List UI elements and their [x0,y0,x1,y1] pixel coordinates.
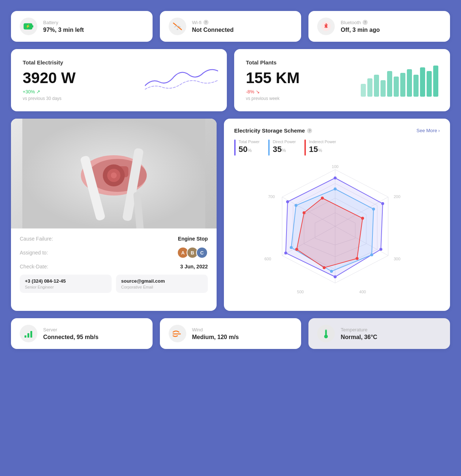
svg-point-60 [295,204,297,207]
svg-rect-18 [427,71,432,97]
svg-rect-8 [361,84,366,97]
svg-rect-70 [30,331,32,338]
temperature-card: Temperature Normal, 36°C [308,318,450,349]
svg-rect-15 [407,69,412,97]
server-value: Connected, 95 mb/s [43,334,98,341]
svg-text:200: 200 [394,194,400,199]
contact-email: source@gmail.com Corporative Email [116,275,208,293]
battery-card: ⚡ Battery 97%, 3 min left [11,11,153,42]
electricity-change-text: +30% [23,89,35,94]
contact-phone: +3 (324) 084-12-45 Senior Engineer [20,275,112,293]
legend-unit-indirect: % [318,148,322,153]
legend-bar-indirect [304,140,306,156]
legend-text-direct: Direct Power 35% [273,140,296,154]
svg-rect-13 [394,77,399,97]
avatar-group: A B C [177,247,208,259]
wind-label: Wind [192,327,239,332]
svg-rect-9 [367,78,372,97]
svg-rect-69 [27,333,29,338]
cause-failure-value: Engine Stop [178,236,208,242]
svg-point-59 [290,246,293,249]
check-date-value: 3 Jun, 2022 [180,264,208,269]
up-arrow-icon: ↗ [36,89,40,94]
temperature-info: Temperature Normal, 36°C [341,327,377,341]
chevron-right-icon: › [438,128,440,133]
contact-phone-main: +3 (324) 084-12-45 [25,278,106,284]
legend-bar-total [234,140,236,156]
metrics-row: Total Electrisity 3920 W +30% ↗ vs previ… [11,49,450,111]
wind-card: Wind Medium, 120 m/s [160,318,301,349]
svg-text:⚡: ⚡ [26,24,30,29]
legend-value-total-num: 50 [239,145,247,154]
legend-indirect-power: Inderect Power 15% [304,140,336,156]
svg-point-67 [303,211,306,214]
battery-icon: ⚡ [23,22,34,30]
legend-value-total: 50% [239,145,259,154]
server-info: Server Connected, 95 mb/s [43,327,98,341]
temperature-value: Normal, 36°C [341,334,377,341]
svg-text:300: 300 [394,257,400,261]
svg-point-65 [323,266,326,269]
svg-point-75 [325,335,327,338]
see-more-button[interactable]: See More › [416,128,440,133]
contact-email-main: source@gmail.com [121,278,203,284]
electricity-chart [145,64,218,97]
svg-text:500: 500 [297,290,304,294]
wifi-card: Wi-fi ? Not Connected [160,11,301,42]
bluetooth-icon-wrap: ✕ [317,18,335,35]
temperature-label: Temperature [341,327,377,332]
legend-label-indirect: Inderect Power [309,140,336,144]
radar-help-icon[interactable]: ? [307,128,312,133]
radar-card: Electricity Storage Scheme ? See More › … [224,119,450,311]
battery-info: Battery 97%, 3 min left [43,20,84,33]
turbine-image [11,119,217,228]
see-more-text: See More [416,128,437,133]
wifi-value: Not Connected [192,27,234,33]
svg-rect-68 [25,335,26,338]
plants-chart [361,64,441,97]
svg-rect-73 [325,330,327,335]
svg-point-63 [361,217,364,220]
plants-change-text: -8% [246,89,254,94]
svg-point-50 [379,248,382,251]
svg-point-49 [381,202,384,205]
bluetooth-help-icon[interactable]: ? [363,20,368,25]
svg-point-58 [330,270,333,273]
svg-rect-11 [381,80,386,97]
svg-text:100: 100 [332,164,338,169]
check-date-label: Check-Date: [20,264,48,269]
check-date-row: Check-Date: 3 Jun, 2022 [20,264,208,269]
contact-email-sub: Corporative Email [121,285,203,289]
legend-unit-total: % [247,148,252,153]
radar-title: Electricity Storage Scheme ? [234,127,312,134]
server-card: Server Connected, 95 mb/s [11,318,153,349]
battery-value: 97%, 3 min left [43,27,84,33]
electricity-card: Total Electrisity 3920 W +30% ↗ vs previ… [11,49,227,111]
wifi-label: Wi-fi ? [192,20,234,25]
bottom-bar: Server Connected, 95 mb/s Wind Medium, 1… [11,318,450,349]
legend-text-total: Total Power 50% [239,140,259,154]
avatar-3: C [196,247,208,259]
server-icon [24,329,33,338]
svg-point-64 [356,257,359,260]
svg-point-53 [286,200,289,203]
legend-bar-direct [268,140,270,156]
legend-value-direct-num: 35 [273,145,281,154]
svg-point-52 [284,252,287,254]
bluetooth-card: ✕ Bluetooth ? Off, 3 min ago [308,11,450,42]
legend-text-indirect: Inderect Power 15% [309,140,336,154]
dashboard: ⚡ Battery 97%, 3 min left [11,11,450,349]
wifi-help-icon[interactable]: ? [203,20,209,25]
contact-row: +3 (324) 084-12-45 Senior Engineer sourc… [20,275,208,293]
svg-text:400: 400 [359,290,366,294]
battery-label: Battery [43,20,84,25]
wind-icon [172,329,183,338]
legend-row: Total Power 50% Direct Power 35% [234,140,440,156]
status-bar: ⚡ Battery 97%, 3 min left [11,11,450,42]
svg-rect-14 [400,73,405,97]
legend-direct-power: Direct Power 35% [268,140,296,156]
assigned-row: Assigned to: A B C [20,247,208,259]
legend-value-indirect: 15% [309,145,336,154]
plants-card: Total Plants 155 KM -8% ↘ vs previous we… [234,49,450,111]
wifi-label-text: Wi-fi [192,20,202,25]
